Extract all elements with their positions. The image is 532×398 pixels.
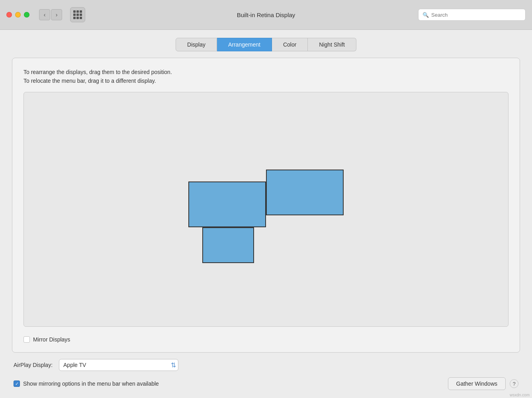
airplay-select[interactable]: Off Apple TV Other (59, 359, 178, 371)
mirroring-row: ✓ Show mirroring options in the menu bar… (14, 377, 518, 390)
airplay-select-wrap: Off Apple TV Other ⇅ (59, 359, 178, 371)
mirroring-left: ✓ Show mirroring options in the menu bar… (14, 380, 159, 387)
content-area: Display Arrangement Color Night Shift To… (0, 30, 532, 398)
grid-button[interactable] (70, 7, 85, 22)
grid-icon (73, 10, 82, 19)
back-button[interactable]: ‹ (39, 9, 50, 20)
search-box[interactable]: 🔍 (418, 9, 526, 21)
search-icon: 🔍 (422, 12, 429, 18)
main-window: ‹ › Built-in Retina Display 🔍 Display Ar… (0, 0, 532, 398)
arrangement-panel: To rearrange the displays, drag them to … (12, 58, 520, 353)
minimize-button[interactable] (15, 12, 21, 18)
instruction-text: To rearrange the displays, drag them to … (23, 68, 509, 86)
airplay-row: AirPlay Display: Off Apple TV Other ⇅ (14, 359, 518, 371)
bottom-section: AirPlay Display: Off Apple TV Other ⇅ ✓ … (12, 359, 520, 390)
forward-button[interactable]: › (51, 9, 62, 20)
airplay-label: AirPlay Display: (14, 362, 53, 368)
tab-color[interactable]: Color (272, 38, 308, 51)
display-main[interactable] (188, 181, 266, 227)
search-input[interactable] (431, 12, 521, 18)
display-area (23, 92, 509, 327)
display-secondary[interactable] (266, 170, 344, 215)
mirror-displays-checkbox[interactable] (23, 336, 30, 343)
tabs-container: Display Arrangement Color Night Shift (12, 38, 520, 51)
tab-display[interactable]: Display (176, 38, 217, 51)
displays-canvas (24, 92, 508, 326)
mirroring-right: Gather Windows ? (448, 377, 518, 390)
titlebar: ‹ › Built-in Retina Display 🔍 (0, 0, 532, 30)
mirroring-checkbox[interactable]: ✓ (14, 380, 20, 387)
tab-arrangement[interactable]: Arrangement (217, 38, 272, 51)
mirroring-label: Show mirroring options in the menu bar w… (23, 380, 159, 387)
tab-night-shift[interactable]: Night Shift (308, 38, 356, 51)
help-button[interactable]: ? (510, 379, 518, 388)
close-button[interactable] (6, 12, 12, 18)
instruction-line1: To rearrange the displays, drag them to … (23, 68, 509, 76)
mirror-displays-row: Mirror Displays (23, 336, 509, 343)
window-title: Built-in Retina Display (237, 12, 295, 18)
instruction-line2: To relocate the menu bar, drag it to a d… (23, 76, 509, 85)
gather-windows-button[interactable]: Gather Windows (448, 377, 506, 390)
display-third[interactable] (202, 227, 254, 263)
traffic-lights (6, 12, 29, 18)
mirror-displays-label: Mirror Displays (33, 336, 70, 343)
maximize-button[interactable] (24, 12, 29, 18)
nav-buttons: ‹ › (39, 9, 62, 20)
